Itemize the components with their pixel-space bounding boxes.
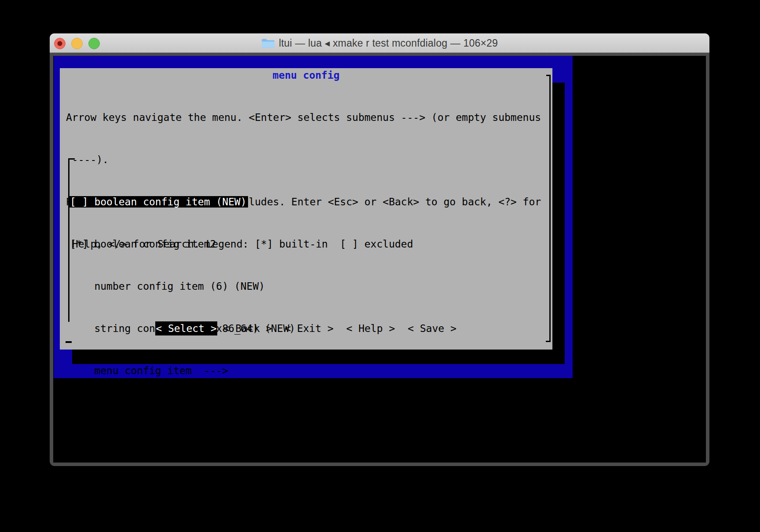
window-title-text: ltui — lua ◂ xmake r test mconfdialog — …: [279, 37, 498, 49]
menu-item-row: number config item (6) (NEW): [69, 279, 296, 293]
terminal-cursor: [66, 341, 72, 343]
terminal-screen[interactable]: menu config Arrow keys navigate the menu…: [53, 56, 706, 463]
desktop: { "window": { "title": "ltui — lua ◂ xma…: [0, 0, 760, 532]
help-line: ----).: [66, 153, 541, 167]
dialog-border-bottom-right-corner-icon: [546, 341, 551, 342]
mconf-background: menu config Arrow keys navigate the menu…: [54, 56, 573, 378]
folder-icon: [261, 38, 275, 48]
menu-item-choice-config-item[interactable]: choice config item (6) --->: [69, 407, 266, 419]
select-button[interactable]: < Select >: [155, 321, 217, 335]
dialog-title: menu config: [60, 68, 552, 82]
help-button[interactable]: < Help >: [346, 321, 395, 335]
window-titlebar[interactable]: ltui — lua ◂ xmake r test mconfdialog — …: [50, 33, 709, 53]
terminal-window: ltui — lua ◂ xmake r test mconfdialog — …: [50, 33, 709, 466]
dialog-border-right-line: [549, 75, 551, 342]
window-title: ltui — lua ◂ xmake r test mconfdialog — …: [50, 33, 709, 53]
dialog-button-row: < Select > < Back > < Exit > < Help > < …: [60, 321, 552, 335]
menuconfig-dialog: menu config Arrow keys navigate the menu…: [60, 68, 552, 350]
exit-button[interactable]: < Exit >: [284, 321, 334, 335]
menu-item-menu-config-item[interactable]: menu config item --->: [69, 365, 230, 376]
menu-item-row: menu config item --->: [69, 364, 296, 378]
save-button[interactable]: < Save >: [407, 321, 457, 335]
menu-item-row: [ ] boolean config item (NEW): [69, 195, 296, 209]
config-menu-list: [ ] boolean config item (NEW) [*] boolea…: [69, 167, 296, 448]
help-line: Arrow keys navigate the menu. <Enter> se…: [66, 110, 541, 124]
menu-item-boolean-config-item2[interactable]: [*] boolean config item2: [69, 238, 217, 250]
menu-item-boolean-config-item[interactable]: [ ] boolean config item (NEW): [69, 196, 248, 208]
menu-item-row: choice config item (6) --->: [69, 406, 296, 420]
menu-item-row: [*] boolean config item2: [69, 237, 296, 251]
menu-item-number-config-item[interactable]: number config item (6) (NEW): [69, 281, 266, 292]
back-button[interactable]: < Back >: [223, 321, 273, 335]
